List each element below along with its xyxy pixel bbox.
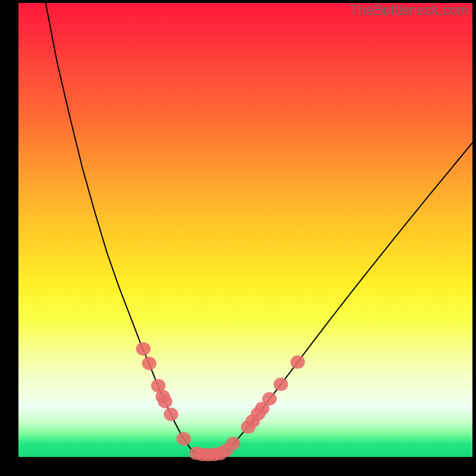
curve-marker bbox=[290, 355, 305, 368]
curve-marker bbox=[164, 408, 178, 421]
curve-marker bbox=[274, 378, 288, 391]
curve-marker bbox=[262, 392, 277, 405]
curve-marker bbox=[158, 395, 172, 408]
chart-frame: TheBottleneck.com bbox=[0, 0, 476, 476]
curve-marker bbox=[136, 342, 151, 355]
plot-area bbox=[18, 3, 472, 457]
curve-markers bbox=[136, 342, 305, 461]
curve-marker bbox=[142, 357, 156, 370]
bottleneck-curve bbox=[46, 3, 472, 455]
curve-marker bbox=[226, 437, 240, 450]
curve-marker bbox=[177, 432, 191, 445]
watermark-text: TheBottleneck.com bbox=[350, 2, 469, 18]
bottleneck-curve-svg bbox=[18, 3, 472, 457]
